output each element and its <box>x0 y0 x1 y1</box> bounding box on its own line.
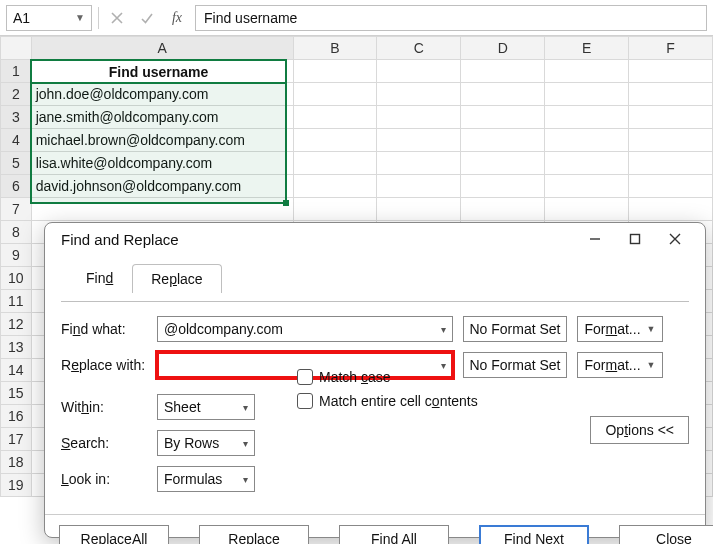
cell[interactable] <box>293 198 377 221</box>
match-entire-checkbox[interactable]: Match entire cell contents <box>297 393 478 409</box>
row-header[interactable]: 6 <box>1 175 32 198</box>
cell[interactable] <box>545 106 629 129</box>
cell[interactable] <box>293 152 377 175</box>
row-header[interactable]: 9 <box>1 244 32 267</box>
col-header-f[interactable]: F <box>629 37 713 60</box>
cell[interactable] <box>461 152 545 175</box>
row-header[interactable]: 14 <box>1 359 32 382</box>
tab-replace[interactable]: Replace <box>132 264 221 293</box>
cell[interactable] <box>629 106 713 129</box>
cell[interactable]: john.doe@oldcompany.com <box>31 83 293 106</box>
row-header[interactable]: 2 <box>1 83 32 106</box>
cell[interactable] <box>629 152 713 175</box>
cell[interactable] <box>629 60 713 83</box>
cell[interactable] <box>293 129 377 152</box>
col-header-a[interactable]: A <box>31 37 293 60</box>
row-header[interactable]: 19 <box>1 474 32 497</box>
row-header[interactable]: 18 <box>1 451 32 474</box>
cell[interactable] <box>377 106 461 129</box>
cell[interactable] <box>461 129 545 152</box>
col-header-c[interactable]: C <box>377 37 461 60</box>
lookin-select[interactable]: Formulas ▾ <box>157 466 255 492</box>
row-header[interactable]: 10 <box>1 267 32 290</box>
col-header-d[interactable]: D <box>461 37 545 60</box>
cell[interactable] <box>293 106 377 129</box>
formula-input[interactable]: Find username <box>195 5 707 31</box>
cell[interactable] <box>293 60 377 83</box>
cell[interactable] <box>545 198 629 221</box>
find-format-button[interactable]: Format...▼ <box>577 316 663 342</box>
find-all-button[interactable]: Find All <box>339 525 449 544</box>
cell[interactable]: lisa.white@oldcompany.com <box>31 152 293 175</box>
row-header[interactable]: 1 <box>1 60 32 83</box>
replace-button[interactable]: Replace <box>199 525 309 544</box>
name-box[interactable]: A1 ▼ <box>6 5 92 31</box>
cell[interactable] <box>31 198 293 221</box>
search-select[interactable]: By Rows ▾ <box>157 430 255 456</box>
cell[interactable] <box>629 175 713 198</box>
replace-all-button[interactable]: Replace All <box>59 525 169 544</box>
cell[interactable]: david.johnson@oldcompany.com <box>31 175 293 198</box>
row-header[interactable]: 12 <box>1 313 32 336</box>
cell[interactable] <box>545 60 629 83</box>
row-header[interactable]: 15 <box>1 382 32 405</box>
cell[interactable] <box>377 60 461 83</box>
within-label: Within: <box>61 399 147 415</box>
cell[interactable] <box>293 175 377 198</box>
cell[interactable] <box>377 152 461 175</box>
cell[interactable] <box>629 83 713 106</box>
replace-format-button[interactable]: Format...▼ <box>577 352 663 378</box>
replace-with-label: Replace with: <box>61 357 147 373</box>
row-header[interactable]: 5 <box>1 152 32 175</box>
row-header[interactable]: 11 <box>1 290 32 313</box>
cell[interactable] <box>545 175 629 198</box>
cell[interactable] <box>377 198 461 221</box>
chevron-down-icon: ▾ <box>243 438 248 449</box>
cell[interactable] <box>377 129 461 152</box>
cell[interactable]: michael.brown@oldcompany.com <box>31 129 293 152</box>
cell[interactable] <box>461 60 545 83</box>
find-what-input[interactable]: @oldcompany.com ▾ <box>157 316 453 342</box>
cell[interactable] <box>293 83 377 106</box>
cell[interactable] <box>461 198 545 221</box>
col-header-b[interactable]: B <box>293 37 377 60</box>
row-header[interactable]: 16 <box>1 405 32 428</box>
match-case-checkbox[interactable]: Match case <box>297 369 478 385</box>
row-header[interactable]: 7 <box>1 198 32 221</box>
cell[interactable] <box>461 106 545 129</box>
maximize-button[interactable] <box>615 223 655 255</box>
row-header[interactable]: 4 <box>1 129 32 152</box>
cell[interactable] <box>461 83 545 106</box>
cell[interactable] <box>545 152 629 175</box>
find-next-button[interactable]: Find Next <box>479 525 589 544</box>
close-window-button[interactable] <box>655 223 695 255</box>
col-header-e[interactable]: E <box>545 37 629 60</box>
row-header[interactable]: 13 <box>1 336 32 359</box>
fx-icon[interactable]: fx <box>165 6 189 30</box>
row-header[interactable]: 17 <box>1 428 32 451</box>
cell[interactable] <box>461 175 545 198</box>
cell[interactable]: jane.smith@oldcompany.com <box>31 106 293 129</box>
cell[interactable]: Find username <box>31 60 293 83</box>
replace-format-preview: No Format Set <box>463 352 567 378</box>
row-header[interactable]: 8 <box>1 221 32 244</box>
cell[interactable] <box>377 175 461 198</box>
enter-icon[interactable] <box>135 6 159 30</box>
cancel-icon[interactable] <box>105 6 129 30</box>
close-button[interactable]: Close <box>619 525 713 544</box>
options-button[interactable]: Options << <box>590 416 689 444</box>
within-select[interactable]: Sheet ▾ <box>157 394 255 420</box>
cell[interactable] <box>629 129 713 152</box>
select-all-corner[interactable] <box>1 37 32 60</box>
row-header[interactable]: 3 <box>1 106 32 129</box>
find-format-preview: No Format Set <box>463 316 567 342</box>
cell[interactable] <box>629 198 713 221</box>
cell[interactable] <box>377 83 461 106</box>
cell[interactable] <box>545 129 629 152</box>
chevron-down-icon: ▼ <box>647 360 656 370</box>
cell[interactable] <box>545 83 629 106</box>
tab-find[interactable]: Find <box>67 263 132 292</box>
search-label: Search: <box>61 435 147 451</box>
minimize-button[interactable] <box>575 223 615 255</box>
dialog-titlebar[interactable]: Find and Replace <box>45 223 705 255</box>
